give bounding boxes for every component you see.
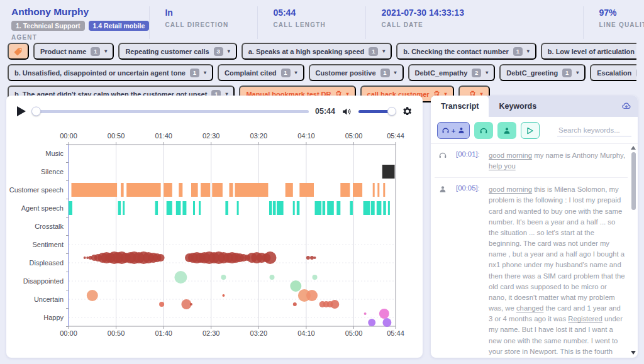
keyword-hit[interactable]: changed bbox=[516, 304, 543, 312]
tag-chip[interactable]: Repeating customer calls3▾ bbox=[118, 43, 236, 60]
svg-text:01:40: 01:40 bbox=[155, 132, 172, 140]
keyword-hit[interactable]: good morning bbox=[489, 185, 532, 193]
meta-line-quality: 97%LINE QUALITY bbox=[583, 6, 644, 39]
chip-count-badge: 2 bbox=[472, 69, 481, 77]
chip-count-badge: 1 bbox=[562, 69, 572, 77]
chevron-down-icon: ▾ bbox=[576, 70, 579, 75]
transcript-tabs: TranscriptKeywords bbox=[431, 96, 638, 117]
svg-text:Uncertain: Uncertain bbox=[34, 295, 64, 303]
svg-text:00:50: 00:50 bbox=[108, 132, 125, 140]
svg-text:00:00: 00:00 bbox=[60, 132, 77, 140]
chip-count-badge: 1 bbox=[369, 47, 378, 56]
tag-chip[interactable]: DebtC_greeting1▾ bbox=[499, 64, 586, 81]
chevron-down-icon: ▾ bbox=[295, 70, 297, 75]
call-analytics-page: { "header": { "agent": { "name": "Anthon… bbox=[0, 0, 644, 364]
tag-row: b. Unsatisfied, disappointed or uncertai… bbox=[8, 64, 636, 81]
tag-chip[interactable]: Escalation4▾ bbox=[590, 64, 636, 81]
tag-row: Product name1▾Repeating customer calls3▾… bbox=[8, 43, 636, 60]
chip-count-badge: 1 bbox=[513, 47, 523, 56]
audio-player: 05:44 bbox=[6, 96, 423, 124]
tab-transcript[interactable]: Transcript bbox=[431, 96, 489, 117]
meta-label: CALL DATE bbox=[381, 21, 583, 28]
chip-label: Customer positive bbox=[316, 69, 376, 77]
meta-label: CALL LENGTH bbox=[273, 21, 365, 28]
play-icon bbox=[16, 106, 26, 117]
filter-both-speakers-button[interactable]: + bbox=[437, 122, 470, 139]
tag-chip[interactable]: b. Unsatisfied, disappointed or uncertai… bbox=[8, 64, 213, 81]
tag-chip[interactable]: Customer positive1▾ bbox=[309, 64, 404, 81]
svg-text:Agent speech: Agent speech bbox=[21, 204, 64, 212]
scrollbar-up-arrow-icon[interactable] bbox=[631, 146, 636, 150]
transcript-toolbar: + bbox=[431, 117, 638, 143]
timeline-chart-svg: 00:0000:0000:5000:5001:4001:4002:3002:30… bbox=[9, 126, 418, 343]
tag-chip[interactable]: Complaint cited1▾ bbox=[218, 64, 304, 81]
chip-label: DebtC_greeting bbox=[506, 69, 558, 77]
seek-handle[interactable] bbox=[31, 107, 41, 116]
cloud-download-icon[interactable] bbox=[615, 96, 638, 117]
keyword-hit[interactable]: good morning bbox=[489, 152, 532, 159]
tag-chip[interactable]: DebtC_empathy2▾ bbox=[408, 64, 496, 81]
keyword-hit[interactable]: Registered bbox=[568, 315, 602, 323]
message-row[interactable]: [00:05]:good morning this is Milena Solo… bbox=[435, 177, 628, 358]
message-timestamp[interactable]: [00:01]: bbox=[456, 150, 486, 172]
meta-value: 2021-07-30 14:33:13 bbox=[381, 8, 583, 18]
svg-text:05:00: 05:00 bbox=[345, 329, 363, 337]
agent-block: Anthony Murphy 1. Technical Support1.4 R… bbox=[11, 6, 149, 39]
tag-chip[interactable]: b. Low level of articulation in the firs… bbox=[541, 43, 636, 60]
chevron-down-icon: ▾ bbox=[486, 70, 488, 75]
tab-keywords[interactable]: Keywords bbox=[489, 96, 547, 117]
meta-value: 05:44 bbox=[273, 8, 365, 18]
plain-text: this is Milena Solomon, my problem is th… bbox=[489, 185, 625, 312]
keyword-hit[interactable]: help you bbox=[489, 162, 516, 170]
play-keywords-button[interactable] bbox=[521, 122, 540, 139]
person-icon bbox=[457, 126, 465, 135]
chip-count-badge: 3 bbox=[214, 47, 223, 56]
svg-text:Customer speech: Customer speech bbox=[9, 186, 64, 194]
agent-role-label: AGENT bbox=[11, 34, 149, 41]
search-keywords-input[interactable] bbox=[557, 124, 631, 136]
chevron-down-icon: ▾ bbox=[382, 48, 385, 54]
main-content: 05:44 00:0000:0000:5000:5001:4001:4002:3… bbox=[0, 96, 644, 364]
chip-count-badge: 1 bbox=[281, 69, 291, 77]
message-row[interactable]: [00:01]:good morning my name is Anthony … bbox=[435, 144, 628, 177]
tag-chip[interactable]: b. Checking the contact number1▾ bbox=[396, 43, 536, 60]
seek-slider[interactable] bbox=[33, 110, 309, 113]
svg-text:04:10: 04:10 bbox=[297, 132, 315, 140]
svg-text:03:20: 03:20 bbox=[250, 132, 268, 140]
tag-chip[interactable]: a. Speaks at a high speaking speed1▾ bbox=[242, 43, 392, 60]
person-icon bbox=[502, 126, 511, 135]
volume-handle[interactable] bbox=[387, 107, 396, 116]
agent-badges: 1. Technical Support1.4 Retail mobile bbox=[11, 21, 149, 31]
volume-slider[interactable] bbox=[358, 110, 395, 113]
filter-agent-button[interactable] bbox=[474, 122, 493, 139]
transcript-messages: [00:01]:good morning my name is Anthony … bbox=[431, 144, 638, 358]
svg-text:00:00: 00:00 bbox=[60, 329, 77, 337]
svg-text:Disappointed: Disappointed bbox=[23, 277, 64, 285]
filter-customer-button[interactable] bbox=[497, 122, 516, 139]
call-meta: InCALL DIRECTION05:44CALL LENGTH2021-07-… bbox=[149, 6, 644, 39]
play-button[interactable] bbox=[16, 106, 26, 117]
chip-count-badge: 4 bbox=[636, 69, 636, 77]
timeline-chart[interactable]: 00:0000:0000:5000:5001:4001:4002:3002:30… bbox=[6, 124, 423, 358]
svg-text:00:50: 00:50 bbox=[108, 329, 125, 337]
chip-label: Product name bbox=[40, 48, 86, 55]
svg-text:05:00: 05:00 bbox=[345, 132, 363, 140]
speaker-icon[interactable] bbox=[341, 106, 352, 117]
tags-bar: Product name1▾Repeating customer calls3▾… bbox=[0, 39, 644, 102]
svg-text:Happy: Happy bbox=[43, 314, 64, 321]
play-outline-icon bbox=[526, 127, 534, 135]
agent-badge: 1.4 Retail mobile bbox=[89, 21, 150, 31]
tag-chip[interactable]: Product name1▾ bbox=[33, 43, 114, 60]
agent-badge: 1. Technical Support bbox=[11, 21, 85, 31]
message-timestamp[interactable]: [00:05]: bbox=[456, 184, 486, 358]
meta-call-date: 2021-07-30 14:33:13CALL DATE bbox=[365, 6, 583, 39]
settings-gear-icon[interactable] bbox=[401, 106, 413, 117]
scrollbar-down-arrow-icon[interactable] bbox=[631, 351, 636, 355]
chip-label: b. Unsatisfied, disappointed or uncertai… bbox=[14, 69, 186, 77]
transcript-panel: TranscriptKeywords + [00:01]:good m bbox=[431, 96, 638, 358]
chip-label: Repeating customer calls bbox=[125, 48, 209, 55]
scrollbar-thumb[interactable] bbox=[631, 152, 636, 210]
tag-icon-button[interactable] bbox=[8, 43, 29, 60]
chevron-down-icon: ▾ bbox=[228, 48, 230, 54]
svg-text:02:30: 02:30 bbox=[203, 329, 220, 337]
